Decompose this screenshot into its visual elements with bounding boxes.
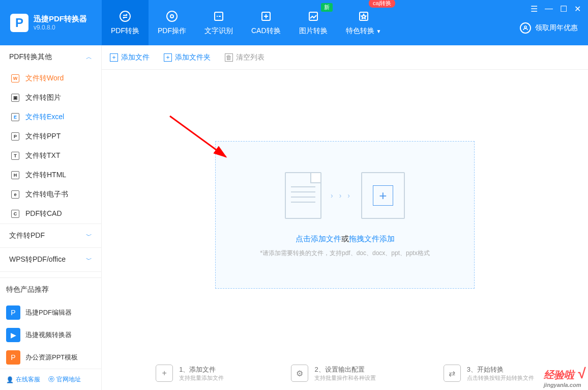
svg-line-8 — [170, 116, 226, 157]
app-version: v9.0.8.0 — [34, 24, 87, 31]
sidebar-item-excel[interactable]: E文件转Excel — [0, 107, 101, 127]
official-site-link[interactable]: ⓔ官网地址 — [48, 375, 81, 384]
ie-icon: ⓔ — [48, 375, 54, 384]
login-button[interactable]: 领取周年优惠 — [520, 22, 578, 34]
svg-point-0 — [120, 11, 130, 21]
svg-point-2 — [170, 15, 173, 18]
txt-icon: T — [11, 152, 19, 160]
recommend-pdf-editor[interactable]: P迅捷PDF编辑器 — [0, 301, 101, 324]
drop-zone[interactable]: › › › + 点击添加文件或拖拽文件添加 *请添加需要转换的文件，支持pdf、… — [215, 141, 475, 289]
watermark: 经验啦 √ jingyanla.com — [544, 366, 585, 388]
word-icon: W — [11, 74, 19, 82]
app-logo-icon: P — [10, 14, 28, 32]
maximize-icon[interactable]: ☐ — [560, 4, 567, 14]
minimize-icon[interactable]: — — [545, 4, 553, 14]
svg-point-1 — [167, 11, 177, 21]
svg-rect-5 — [309, 12, 317, 20]
ppt-template-icon: P — [6, 350, 20, 365]
online-chat-link[interactable]: 👤在线客服 — [6, 375, 40, 384]
close-icon[interactable]: ✕ — [574, 4, 581, 14]
sidebar-item-image[interactable]: ▣文件转图片 — [0, 88, 101, 107]
recommend-ppt[interactable]: P办公资源PPT模板 — [0, 346, 101, 369]
ebook-icon: e — [11, 190, 19, 199]
trash-icon: 🗑 — [225, 53, 233, 62]
step-1: + 1、添加文件支持批量添加文件 — [156, 365, 224, 382]
recommend-video[interactable]: ▶迅捷视频转换器 — [0, 324, 101, 346]
ocr-icon — [213, 10, 225, 22]
clear-list-button[interactable]: 🗑清空列表 — [225, 53, 264, 62]
chevron-down-icon: ﹀ — [86, 256, 92, 264]
step-settings-icon: ⚙ — [291, 365, 308, 382]
drag-add-link[interactable]: 拖拽文件添加 — [349, 234, 395, 243]
arrows-icon: › › › — [331, 191, 352, 200]
sidebar-group-file-to-pdf[interactable]: 文件转PDF ﹀ — [0, 224, 101, 247]
drop-hint: *请添加需要转换的文件，支持pdf、doc、docx、ppt、pptx格式 — [260, 249, 429, 258]
step-3: ⇄ 3、开始转换点击转换按钮开始转换文件 — [444, 365, 534, 382]
new-badge: 新 — [321, 3, 333, 12]
video-icon: ▶ — [6, 328, 20, 342]
recommend-title: 特色产品推荐 — [0, 277, 101, 301]
sidebar-item-html[interactable]: H文件转HTML — [0, 165, 101, 185]
nav-special[interactable]: caj转换 特色转换▼ — [337, 0, 391, 45]
nav-cad[interactable]: CAD转换 — [242, 0, 290, 45]
cad-icon — [260, 10, 272, 22]
swap-icon — [119, 10, 131, 22]
chat-icon: 👤 — [6, 376, 14, 383]
sidebar-item-txt[interactable]: T文件转TXT — [0, 146, 101, 165]
sidebar-item-cad[interactable]: CPDF转CAD — [0, 204, 101, 224]
nav-image[interactable]: 新 图片转换 — [290, 0, 337, 45]
nav-pdf-operate[interactable]: PDF操作 — [149, 0, 195, 45]
svg-point-7 — [524, 26, 526, 28]
chevron-down-icon: ▼ — [376, 29, 381, 34]
step-add-icon: + — [156, 365, 173, 382]
star-icon — [358, 10, 370, 22]
sidebar-item-ebook[interactable]: e文件转电子书 — [0, 185, 101, 204]
step-convert-icon: ⇄ — [444, 365, 461, 382]
sidebar-item-ppt[interactable]: P文件转PPT — [0, 127, 101, 146]
pdf-editor-icon: P — [6, 305, 20, 320]
sidebar-group-wps[interactable]: WPS转PDF/office ﹀ — [0, 248, 101, 271]
excel-icon: E — [11, 113, 19, 121]
chevron-down-icon: ﹀ — [86, 232, 92, 240]
click-add-link[interactable]: 点击添加文件 — [296, 234, 341, 243]
cad-file-icon: C — [11, 210, 19, 218]
annotation-arrow — [165, 111, 236, 167]
sidebar-group-pdf-to-other[interactable]: PDF转换其他 ︿ — [0, 45, 101, 69]
caj-badge: caj转换 — [369, 0, 395, 8]
chevron-up-icon: ︿ — [86, 53, 92, 62]
step-2: ⚙ 2、设置输出配置支持批量操作和各种设置 — [291, 365, 376, 382]
sidebar-item-word[interactable]: W文件转Word — [0, 69, 101, 88]
user-icon — [520, 22, 531, 34]
app-title: 迅捷PDF转换器 — [34, 14, 87, 24]
folder-plus-icon: + — [164, 53, 172, 62]
image-icon — [307, 10, 319, 22]
ppt-icon: P — [11, 132, 19, 141]
html-icon: H — [11, 171, 19, 179]
nav-ocr[interactable]: 文字识别 — [195, 0, 242, 45]
gear-icon — [166, 10, 178, 22]
menu-icon[interactable]: ☰ — [531, 4, 538, 14]
document-icon — [285, 172, 321, 219]
plus-icon: + — [110, 53, 118, 62]
add-folder-button[interactable]: +添加文件夹 — [164, 53, 211, 62]
nav-pdf-convert[interactable]: PDF转换 — [102, 0, 149, 45]
add-box-icon: + — [361, 172, 405, 219]
app-logo-area: P 迅捷PDF转换器 v9.0.8.0 — [0, 14, 102, 32]
add-file-button[interactable]: +添加文件 — [110, 53, 150, 62]
image-file-icon: ▣ — [11, 94, 19, 102]
